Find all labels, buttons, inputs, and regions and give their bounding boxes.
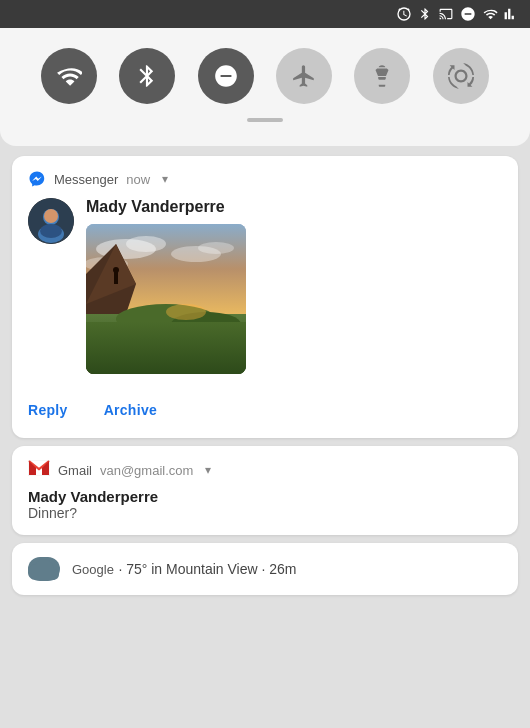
reply-button[interactable]: Reply xyxy=(28,396,80,424)
flashlight-toggle-button[interactable] xyxy=(354,48,410,104)
archive-button[interactable]: Archive xyxy=(104,396,169,424)
messenger-notif-header: Messenger now ▾ xyxy=(28,170,502,188)
messenger-app-name: Messenger xyxy=(54,172,118,187)
cast-icon xyxy=(438,7,454,21)
google-weather-details: 75° in Mountain View · 26m xyxy=(126,561,296,577)
messenger-notif-content: Mady Vanderperre xyxy=(86,198,502,374)
status-bar xyxy=(0,0,530,28)
avatar xyxy=(28,198,74,244)
svg-point-16 xyxy=(166,304,206,320)
google-app-name: Google xyxy=(72,562,114,577)
svg-point-7 xyxy=(126,236,166,252)
bluetooth-toggle-button[interactable] xyxy=(119,48,175,104)
cloud-icon xyxy=(28,557,60,581)
svg-rect-13 xyxy=(86,314,246,374)
dnd-toggle-button[interactable] xyxy=(198,48,254,104)
gmail-sender: Mady Vanderperre xyxy=(28,488,502,505)
gmail-subject: Dinner? xyxy=(28,505,502,521)
airplane-toggle-button[interactable] xyxy=(276,48,332,104)
google-notif-content: Google · 75° in Mountain View · 26m xyxy=(72,560,296,578)
messenger-notif-body: Mady Vanderperre xyxy=(28,198,502,374)
svg-point-4 xyxy=(40,224,62,238)
quick-settings-panel xyxy=(0,28,530,146)
alarm-icon xyxy=(396,6,412,22)
messenger-image xyxy=(86,224,246,374)
messenger-notification: Messenger now ▾ Mady Vanderperre xyxy=(12,156,518,438)
messenger-time: now xyxy=(126,172,150,187)
gmail-icon xyxy=(28,460,50,480)
rotate-toggle-button[interactable] xyxy=(433,48,489,104)
signal-icon xyxy=(504,7,518,21)
notifications-area: Messenger now ▾ Mady Vanderperre xyxy=(0,146,530,605)
wifi-status-icon xyxy=(482,7,498,21)
svg-point-9 xyxy=(198,242,234,254)
drag-handle xyxy=(247,118,283,122)
google-weather-text: · xyxy=(118,561,126,577)
gmail-notification: Gmail van@gmail.com ▾ Mady Vanderperre D… xyxy=(12,446,518,535)
google-notification: Google · 75° in Mountain View · 26m xyxy=(12,543,518,595)
svg-point-3 xyxy=(44,209,58,223)
messenger-icon xyxy=(28,170,46,188)
gmail-expand-icon[interactable]: ▾ xyxy=(205,463,211,477)
gmail-notif-header: Gmail van@gmail.com ▾ xyxy=(28,460,502,480)
quick-settings-buttons xyxy=(30,48,500,104)
bluetooth-status-icon xyxy=(418,6,432,22)
gmail-notif-body: Mady Vanderperre Dinner? xyxy=(28,488,502,521)
messenger-expand-icon[interactable]: ▾ xyxy=(162,172,168,186)
svg-point-18 xyxy=(113,267,119,273)
landscape-photo xyxy=(86,224,246,374)
messenger-sender: Mady Vanderperre xyxy=(86,198,502,216)
wifi-toggle-button[interactable] xyxy=(41,48,97,104)
gmail-app-name: Gmail xyxy=(58,463,92,478)
messenger-actions: Reply Archive xyxy=(28,388,502,424)
svg-rect-17 xyxy=(114,272,118,284)
dnd-icon xyxy=(460,6,476,22)
gmail-account: van@gmail.com xyxy=(100,463,193,478)
